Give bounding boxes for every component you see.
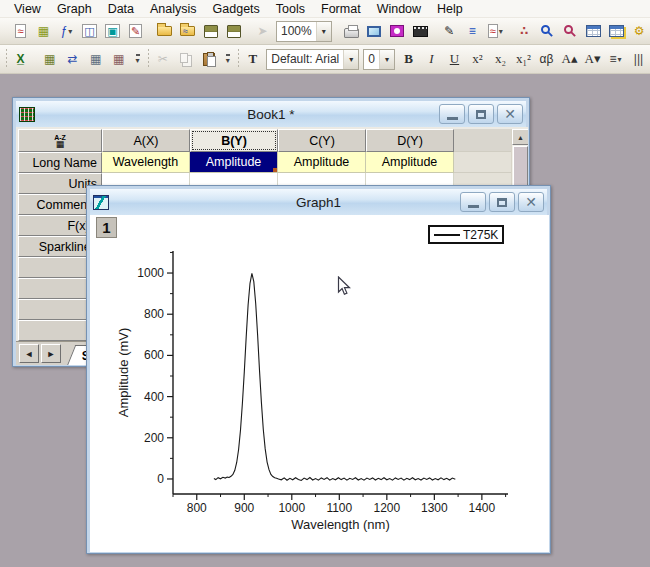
move-columns-button-glyph: ⇄ xyxy=(68,52,78,66)
menu-data[interactable]: Data xyxy=(100,2,142,16)
column-marks-button[interactable]: ||| xyxy=(628,48,649,70)
toolbar2-overflow-button-2[interactable]: ▾ xyxy=(221,48,234,70)
zoom-combobox[interactable]: 100%▾ xyxy=(276,21,332,42)
copy-button[interactable] xyxy=(175,48,196,70)
menu-analysis[interactable]: Analysis xyxy=(142,2,205,16)
new-layout-button[interactable]: ✎ xyxy=(125,20,146,42)
book1-close-button[interactable]: ✕ xyxy=(497,104,523,124)
menu-format[interactable]: Format xyxy=(313,2,369,16)
long-name-cell-1[interactable]: Amplitude xyxy=(190,152,278,173)
menu-view[interactable]: View xyxy=(6,2,49,16)
long-name-cell-2[interactable]: Amplitude xyxy=(278,152,366,173)
print-icon xyxy=(344,28,359,38)
underline-button[interactable]: U xyxy=(444,48,465,70)
results-log-button[interactable] xyxy=(583,20,604,42)
book1-minimize-button[interactable] xyxy=(439,104,465,124)
column-header-c(y)[interactable]: C(Y) xyxy=(278,129,366,152)
code-builder-button[interactable]: ⚙ xyxy=(629,20,650,42)
long-name-cell-3[interactable]: Amplitude xyxy=(366,152,454,173)
quick-peek-button[interactable] xyxy=(560,20,581,42)
graph1-close-button[interactable]: ✕ xyxy=(518,192,544,212)
project-explorer-button[interactable] xyxy=(537,20,558,42)
menu-window[interactable]: Window xyxy=(369,2,429,16)
import-excel-button[interactable]: X̲ xyxy=(10,48,31,70)
greek-button[interactable]: αβ xyxy=(536,48,557,70)
layer1-badge[interactable]: 1 xyxy=(96,217,117,238)
scroll-up-button[interactable]: ▲ xyxy=(512,129,528,145)
column-header-b(y)[interactable]: B(Y) xyxy=(190,129,278,152)
open-template-button[interactable]: ≈ xyxy=(177,20,198,42)
copy-columns-button[interactable]: ▦ xyxy=(108,48,129,70)
worksheet-query-button[interactable]: ▦ xyxy=(85,48,106,70)
video-button[interactable] xyxy=(410,20,431,42)
bold-button[interactable]: B xyxy=(398,48,419,70)
format-text-button[interactable]: T xyxy=(242,48,263,70)
new-image-button[interactable] xyxy=(387,20,408,42)
column-header-a(x)[interactable]: A(X) xyxy=(102,129,190,152)
print-button[interactable] xyxy=(341,20,362,42)
column-header-d(y)[interactable]: D(Y) xyxy=(366,129,454,152)
tab-scroll-right-button[interactable]: ► xyxy=(41,344,61,363)
toolbar2-overflow-button-1[interactable]: ▾ xyxy=(131,48,144,70)
x-tick-label: 1100 xyxy=(326,501,352,515)
subsuperscript-button-glyph: x₁² xyxy=(516,52,531,66)
move-columns-button[interactable]: ⇄ xyxy=(62,48,83,70)
grid-icon: ▦ xyxy=(56,141,65,147)
new-function-button[interactable]: ƒ▾ xyxy=(56,20,77,42)
font-size-combobox-arrow[interactable]: ▾ xyxy=(379,50,394,69)
font-combobox-arrow[interactable]: ▾ xyxy=(343,50,358,69)
close-icon: ✕ xyxy=(504,107,516,121)
graph1-maximize-button[interactable] xyxy=(489,192,515,212)
slideshow-button[interactable] xyxy=(364,20,385,42)
save-project-button[interactable] xyxy=(200,20,221,42)
decrease-font-button[interactable]: A▾ xyxy=(582,48,603,70)
y-tick-label: 600 xyxy=(144,348,164,362)
italic-button[interactable]: I xyxy=(421,48,442,70)
mag-icon xyxy=(564,25,573,34)
script-window-button[interactable] xyxy=(606,20,627,42)
new-graph-button[interactable]: ≈ xyxy=(10,20,31,42)
menu-tools[interactable]: Tools xyxy=(268,2,313,16)
object-manager-button[interactable]: ∴ xyxy=(514,20,535,42)
legend-box[interactable]: T275K xyxy=(428,225,504,244)
cut-button[interactable]: ✂ xyxy=(152,48,173,70)
draw-button[interactable]: ✎ xyxy=(439,20,460,42)
font-size-combobox[interactable]: 0▾ xyxy=(363,49,395,70)
row-filler xyxy=(454,152,511,173)
add-sparklines-button[interactable]: ▦ xyxy=(39,48,60,70)
font-combobox[interactable]: Default: Arial▾ xyxy=(266,49,359,70)
paste-button[interactable] xyxy=(198,48,219,70)
worksheet-query-button-glyph: ▦ xyxy=(90,52,101,66)
graph1-window[interactable]: Graph1 ✕ 8009001000110012001300140002004… xyxy=(86,185,551,554)
menu-help[interactable]: Help xyxy=(429,2,471,16)
zoom-combobox-value: 100% xyxy=(277,24,316,38)
zoom-combobox-arrow[interactable]: ▾ xyxy=(316,22,331,41)
menu-gadgets[interactable]: Gadgets xyxy=(205,2,268,16)
underline-button-glyph: U xyxy=(450,52,459,66)
save-template-button[interactable] xyxy=(223,20,244,42)
subsuperscript-button[interactable]: x₁² xyxy=(513,48,534,70)
new-workbook-button[interactable]: ▦ xyxy=(33,20,54,42)
tab-scroll-left-button[interactable]: ◄ xyxy=(19,344,39,363)
book1-maximize-button[interactable] xyxy=(468,104,494,124)
menu-graph[interactable]: Graph xyxy=(49,2,100,16)
graph1-minimize-button[interactable] xyxy=(460,192,486,212)
template-library-button[interactable]: ≈▾ xyxy=(485,20,506,42)
run-button[interactable]: ➤ xyxy=(252,20,273,42)
subscript-button[interactable]: x₂ xyxy=(490,48,511,70)
superscript-button[interactable]: x² xyxy=(467,48,488,70)
long-name-cell-0[interactable]: Wavelength xyxy=(102,152,190,173)
layer-bars-button[interactable]: ≡ xyxy=(462,20,483,42)
new-matrix-button[interactable]: ◫ xyxy=(79,20,100,42)
graph1-titlebar[interactable]: Graph1 ✕ xyxy=(90,189,547,215)
open-project-button[interactable] xyxy=(154,20,175,42)
align-left-button[interactable]: ≡▾ xyxy=(605,48,626,70)
increase-font-button[interactable]: A▴ xyxy=(559,48,580,70)
duplicate-window-button[interactable]: ▣ xyxy=(102,20,123,42)
worksheet-corner-cell[interactable]: A-Z▦ xyxy=(18,129,102,152)
scrollbar-thumb[interactable] xyxy=(513,146,528,186)
data-curve[interactable] xyxy=(214,273,455,480)
book1-titlebar[interactable]: Book1 * ✕ xyxy=(16,101,526,127)
subscript-button-glyph: x₂ xyxy=(495,52,506,66)
row-header-long-name[interactable]: Long Name xyxy=(18,152,102,173)
